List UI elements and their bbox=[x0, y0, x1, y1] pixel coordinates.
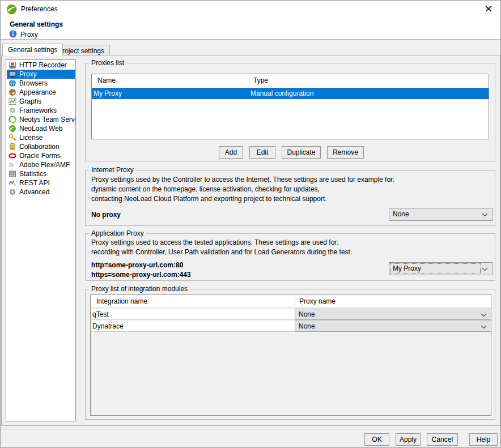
application-proxy-http-line: http=some-proxy-url.com:80 bbox=[91, 261, 183, 270]
sidebar-item-rest-api[interactable]: REST API bbox=[7, 178, 75, 187]
cancel-button[interactable]: Cancel bbox=[427, 433, 458, 446]
license-icon bbox=[9, 134, 16, 142]
column-header-name[interactable]: Name bbox=[97, 76, 116, 84]
http-recorder-icon bbox=[9, 61, 16, 69]
application-proxy-group: Application Proxy Proxy settings used to… bbox=[85, 233, 495, 281]
qtest-proxy-dropdown[interactable]: None bbox=[295, 309, 491, 320]
adobe-flex-amf-icon: fx bbox=[9, 161, 16, 169]
neoload-web-icon bbox=[9, 125, 16, 133]
column-header-type[interactable]: Type bbox=[253, 76, 268, 84]
sidebar-item-neoload-web[interactable]: NeoLoad Web bbox=[7, 124, 75, 133]
close-icon[interactable]: ✕ bbox=[481, 2, 496, 16]
group-title: Application Proxy bbox=[90, 229, 146, 237]
group-title: Proxy list of integration modules bbox=[90, 285, 189, 293]
integration-modules-group: Proxy list of integration modules Integr… bbox=[85, 289, 495, 420]
sidebar-item-frameworks[interactable]: Frameworks bbox=[7, 106, 75, 115]
internet-proxy-description-line: contacting NeoLoad Cloud Platform and ex… bbox=[91, 194, 327, 204]
internet-proxy-dropdown[interactable]: None bbox=[389, 208, 492, 221]
proxy-icon bbox=[9, 70, 16, 78]
group-title: Proxies list bbox=[90, 59, 126, 67]
header-zone: General settings Proxy bbox=[1, 18, 500, 40]
sidebar-item-proxy[interactable]: Proxy bbox=[7, 70, 75, 79]
rest-api-icon bbox=[9, 179, 16, 187]
integration-row-qtest[interactable]: qTest None bbox=[91, 309, 491, 320]
tab-general-settings[interactable]: General settings bbox=[2, 44, 63, 56]
statistics-icon bbox=[9, 170, 16, 178]
column-header-integration-name[interactable]: Integration name bbox=[96, 297, 147, 305]
settings-category-list: HTTP Recorder Proxy Browsers Appearance … bbox=[6, 59, 76, 421]
frameworks-icon bbox=[9, 106, 16, 114]
integration-table-header: Integration name Proxy name bbox=[91, 295, 491, 308]
collaboration-icon bbox=[9, 143, 16, 151]
help-button[interactable]: Help bbox=[469, 433, 498, 446]
sidebar-item-statistics[interactable]: Statistics bbox=[7, 169, 75, 178]
preferences-dialog: Preferences ✕ General settings Proxy Gen… bbox=[0, 0, 501, 448]
chevron-down-icon bbox=[481, 313, 487, 317]
application-proxy-description-line: recording with Controller, User Path val… bbox=[91, 248, 352, 257]
sidebar-item-graphs[interactable]: Graphs bbox=[7, 97, 75, 106]
advanced-icon bbox=[9, 188, 16, 196]
integration-name-cell: qTest bbox=[91, 309, 109, 320]
sidebar-item-appearance[interactable]: Appearance bbox=[7, 88, 75, 97]
integration-modules-table: Integration name Proxy name qTest None D… bbox=[90, 295, 491, 416]
chevron-down-icon bbox=[481, 325, 487, 329]
chevron-down-icon bbox=[482, 213, 488, 217]
section-title: General settings bbox=[10, 20, 63, 28]
chevron-down-icon bbox=[482, 267, 488, 271]
application-proxy-description-line: Proxy settings used to access the tested… bbox=[91, 238, 339, 248]
ok-button[interactable]: OK bbox=[364, 433, 389, 446]
sidebar-item-browsers[interactable]: Browsers bbox=[7, 79, 75, 88]
integration-name-cell: Dynatrace bbox=[91, 321, 124, 332]
sidebar-item-neotys-team-server[interactable]: Neotys Team Server bbox=[7, 115, 75, 124]
svg-text:fx: fx bbox=[9, 161, 14, 168]
proxies-list-group: Proxies list Name Type My Proxy Manual c… bbox=[85, 63, 495, 161]
sidebar-item-collaboration[interactable]: Collaboration bbox=[7, 142, 75, 151]
application-proxy-https-line: https=some-proxy-url.com:443 bbox=[91, 270, 191, 280]
neotys-team-server-icon bbox=[9, 116, 16, 123]
proxy-name-cell: My Proxy bbox=[92, 88, 122, 99]
duplicate-button[interactable]: Duplicate bbox=[282, 146, 321, 159]
apply-button[interactable]: Apply bbox=[396, 433, 421, 446]
proxies-table: Name Type My Proxy Manual configuration bbox=[91, 74, 489, 139]
tab-content-panel: HTTP Recorder Proxy Browsers Appearance … bbox=[1, 55, 500, 426]
internet-proxy-current-setting: No proxy bbox=[91, 210, 121, 220]
proxy-type-cell: Manual configuration bbox=[249, 88, 313, 99]
window-title: Preferences bbox=[21, 5, 58, 13]
sidebar-item-advanced[interactable]: Advanced bbox=[7, 187, 75, 197]
appearance-icon bbox=[9, 88, 16, 96]
sidebar-item-license[interactable]: License bbox=[7, 133, 75, 142]
proxies-table-header: Name Type bbox=[92, 74, 489, 87]
remove-button[interactable]: Remove bbox=[327, 146, 364, 159]
add-button[interactable]: Add bbox=[219, 146, 243, 159]
sidebar-item-adobe-flex-amf[interactable]: fx Adobe Flex/AMF bbox=[7, 160, 75, 169]
graphs-icon bbox=[9, 97, 16, 105]
browsers-icon bbox=[9, 79, 16, 87]
info-icon bbox=[9, 30, 17, 38]
column-header-proxy-name[interactable]: Proxy name bbox=[299, 297, 336, 305]
application-proxy-dropdown[interactable]: My Proxy bbox=[389, 262, 492, 275]
edit-button[interactable]: Edit bbox=[249, 146, 275, 159]
sidebar-item-http-recorder[interactable]: HTTP Recorder bbox=[7, 61, 75, 70]
sidebar-item-oracle-forms[interactable]: Oracle Forms bbox=[7, 151, 75, 160]
dynatrace-proxy-dropdown[interactable]: None bbox=[295, 321, 491, 332]
oracle-forms-icon bbox=[9, 152, 16, 160]
group-title: Internet Proxy bbox=[90, 166, 135, 174]
footer-separator bbox=[1, 429, 501, 429]
neoload-logo-icon bbox=[6, 4, 17, 15]
integration-row-dynatrace[interactable]: Dynatrace None bbox=[91, 321, 491, 332]
internet-proxy-description-line: Proxy settings used by the Controller to… bbox=[91, 175, 394, 185]
proxies-table-row[interactable]: My Proxy Manual configuration bbox=[92, 88, 489, 99]
page-title: Proxy bbox=[20, 31, 38, 39]
internet-proxy-group: Internet Proxy Proxy settings used by th… bbox=[85, 170, 495, 226]
title-bar: Preferences ✕ bbox=[1, 1, 500, 18]
internet-proxy-description-line: dynamic content on the homepage, license… bbox=[91, 185, 320, 194]
